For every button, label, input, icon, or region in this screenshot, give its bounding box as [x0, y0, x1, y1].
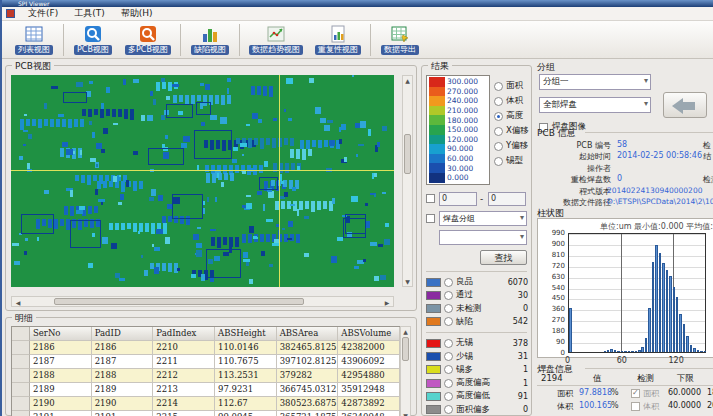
- category-label: 少锡: [456, 351, 515, 363]
- result-category-row[interactable]: 高度偏高1: [426, 377, 528, 389]
- table-row[interactable]: 219021902214112.67380523.687542873892: [12, 397, 400, 411]
- table-row[interactable]: 21892189221397.9231366745.031235912948: [12, 383, 400, 397]
- result-category-row[interactable]: 高度偏低91: [426, 390, 528, 402]
- table-row[interactable]: 21912191221599.0945365721.187536240948: [12, 411, 400, 416]
- detail-table[interactable]: SerNoPadIDPadIndexABSHeightABSAreaABSVol…: [11, 326, 401, 416]
- result-category-row[interactable]: 缺陷542: [426, 316, 528, 328]
- histogram-bar: [679, 314, 682, 352]
- table-row[interactable]: 218821882212113.253137928242954880: [12, 369, 400, 383]
- metric-radio-1[interactable]: 面积: [494, 80, 523, 92]
- radio-icon[interactable]: [444, 339, 453, 348]
- pad-group-combo[interactable]: 焊盘分组: [439, 211, 527, 226]
- radio-icon[interactable]: [444, 352, 453, 361]
- pad-check-checkbox[interactable]: [631, 402, 640, 411]
- pad-metric-value: 100.165: [579, 401, 612, 410]
- defect-view-button[interactable]: 缺陷视图: [184, 22, 236, 58]
- radio-icon[interactable]: [494, 142, 503, 151]
- radio-icon[interactable]: [494, 112, 503, 121]
- column-header[interactable]: ABSArea: [277, 327, 339, 341]
- pcb-component: [374, 276, 379, 281]
- pad-upper-limit-clipped: 200.: [707, 401, 713, 410]
- range-filter-checkbox[interactable]: [426, 194, 435, 203]
- radio-icon[interactable]: [444, 365, 453, 374]
- menu-tools[interactable]: 工具(T): [67, 7, 112, 20]
- pad-check-checkbox[interactable]: [631, 389, 640, 398]
- multi-pcb-view-button[interactable]: 多PCB视图: [119, 22, 177, 58]
- radio-icon[interactable]: [494, 97, 503, 106]
- column-header[interactable]: SerNo: [30, 327, 92, 341]
- detail-vertical-scrollbar[interactable]: ▲ ▼: [400, 326, 411, 416]
- metric-radio-4[interactable]: X偏移: [494, 125, 529, 137]
- menu-help[interactable]: 帮助(H): [114, 7, 160, 20]
- pcb-component: [284, 138, 288, 145]
- data-export-button[interactable]: 数据导出: [374, 22, 426, 58]
- radio-icon[interactable]: [494, 82, 503, 91]
- result-category-row[interactable]: 通过30: [426, 289, 528, 301]
- pcb-component: [366, 221, 370, 228]
- scrollbar-thumb[interactable]: [404, 134, 411, 174]
- table-row[interactable]: 218621862210110.0146382465.812542382000: [12, 341, 400, 355]
- trend-view-button[interactable]: 数据趋势视图: [243, 22, 309, 58]
- list-view-button[interactable]: 列表视图: [8, 22, 60, 58]
- metric-radio-6[interactable]: 锡型: [494, 155, 523, 167]
- table-row[interactable]: 218721872211110.7675397102.812543906092: [12, 355, 400, 369]
- pcb-component: [372, 173, 374, 179]
- radio-icon[interactable]: [494, 157, 503, 166]
- pcb-component: [183, 136, 190, 142]
- scrollbar-thumb[interactable]: [402, 337, 409, 361]
- radio-icon[interactable]: [444, 278, 453, 287]
- pcb-component: [221, 95, 225, 105]
- radio-icon[interactable]: [444, 392, 453, 401]
- result-category-row[interactable]: 未检测0: [426, 303, 528, 315]
- radio-icon[interactable]: [444, 317, 453, 326]
- pcb-canvas[interactable]: [11, 75, 394, 287]
- repeatability-view-button[interactable]: 重复性视图: [309, 22, 367, 58]
- result-category-row[interactable]: 少锡31: [426, 351, 528, 363]
- result-category-row[interactable]: 面积偏多0: [426, 404, 528, 416]
- find-button[interactable]: 查找: [480, 250, 527, 265]
- column-header[interactable]: ABSHeight: [215, 327, 277, 341]
- pcb-vertical-scrollbar[interactable]: ▲ ▼: [402, 75, 413, 287]
- group-combo-2[interactable]: 全部焊盘: [539, 97, 651, 113]
- column-header[interactable]: PadIndex: [153, 327, 215, 341]
- histogram-bar: [569, 308, 572, 352]
- back-arrow-button[interactable]: [663, 92, 707, 118]
- menu-file[interactable]: 文件(F): [21, 7, 65, 20]
- radio-icon[interactable]: [444, 304, 453, 313]
- column-header[interactable]: ABSVolume: [338, 327, 400, 341]
- pcb-component: [60, 148, 64, 157]
- pad-col-lower: 下限: [677, 373, 694, 385]
- metric-radio-2[interactable]: 体积: [494, 95, 523, 107]
- category-count: 0: [523, 304, 528, 313]
- range-from-input[interactable]: 0: [439, 192, 477, 206]
- radio-icon[interactable]: [444, 291, 453, 300]
- pad-group-checkbox[interactable]: [426, 214, 435, 223]
- y-tick-label: 540: [540, 284, 565, 292]
- category-count: 6070: [508, 278, 528, 287]
- pcb-component: [101, 103, 104, 109]
- radio-icon[interactable]: [444, 379, 453, 388]
- table-cell: 99.0945: [215, 411, 277, 416]
- pcb-component: [80, 150, 82, 155]
- metric-radio-5[interactable]: Y偏移: [494, 140, 528, 152]
- secondary-combo[interactable]: [439, 230, 527, 245]
- pcb-view-button[interactable]: PCB视图: [67, 22, 119, 58]
- histogram-chart[interactable]: 单位:um 最小值:0.000 平均值:98.1 090180270360450…: [537, 218, 713, 358]
- y-tick-label: 810: [540, 251, 565, 259]
- scrollbar-thumb[interactable]: [54, 298, 304, 305]
- scale-row: 300.000: [429, 77, 487, 87]
- pcb-component: [368, 129, 371, 136]
- pcb-horizontal-scrollbar[interactable]: ◀ ▶: [11, 296, 394, 307]
- range-to-input[interactable]: 0: [488, 192, 526, 206]
- metric-radio-3[interactable]: 高度: [494, 110, 523, 122]
- result-category-row[interactable]: 良品6070: [426, 276, 528, 288]
- radio-icon[interactable]: [444, 405, 453, 414]
- histogram-bar: [704, 351, 707, 352]
- column-header[interactable]: PadID: [92, 327, 154, 341]
- table-cell: 112.67: [215, 397, 277, 411]
- result-category-row[interactable]: 锡多1: [426, 364, 528, 376]
- radio-icon[interactable]: [494, 127, 503, 136]
- result-category-row[interactable]: 无锡378: [426, 337, 528, 349]
- group-combo-1[interactable]: 分组一: [539, 74, 651, 90]
- pcb-component: [272, 243, 279, 246]
